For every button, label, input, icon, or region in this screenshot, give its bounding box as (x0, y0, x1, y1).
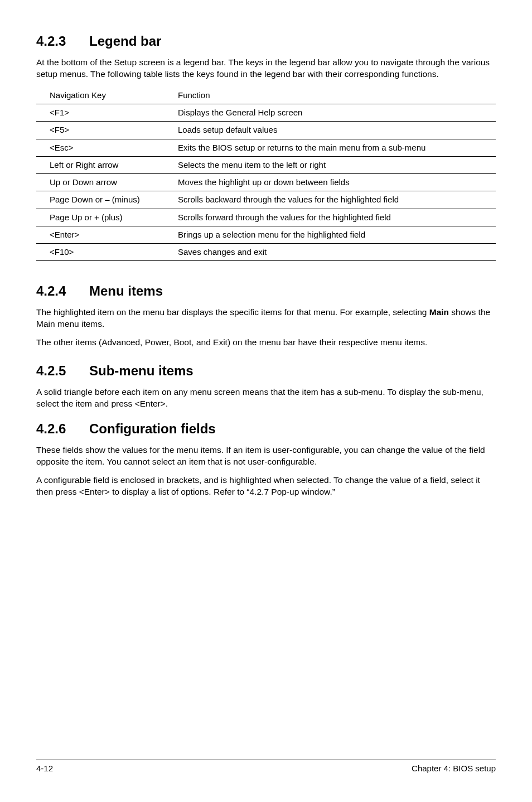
table-row: <F1>Displays the General Help screen (36, 104, 496, 122)
cell-key: Up or Down arrow (36, 174, 165, 191)
heading-424: 4.2.4Menu items (36, 283, 496, 299)
heading-426-title: Configuration fields (89, 421, 216, 436)
page-footer: 4-12 Chapter 4: BIOS setup (36, 760, 496, 773)
legend-table: Navigation Key Function <F1>Displays the… (36, 87, 496, 262)
p-426-1: These fields show the values for the men… (36, 445, 496, 468)
table-head-key: Navigation Key (36, 87, 165, 104)
cell-key: <F5> (36, 122, 165, 139)
table-row: <Enter>Brings up a selection menu for th… (36, 226, 496, 243)
cell-func: Scrolls backward through the values for … (165, 191, 496, 209)
cell-func: Scrolls forward through the values for t… (165, 209, 496, 226)
cell-func: Saves changes and exit (165, 244, 496, 261)
cell-key: Left or Right arrow (36, 156, 165, 173)
heading-425: 4.2.5Sub-menu items (36, 363, 496, 379)
section-submenu-items: 4.2.5Sub-menu items A solid triangle bef… (36, 363, 496, 410)
section-config-fields: 4.2.6Configuration fields These fields s… (36, 421, 496, 498)
heading-423: 4.2.3Legend bar (36, 33, 496, 49)
table-row: Left or Right arrowSelects the menu item… (36, 156, 496, 173)
cell-func: Brings up a selection menu for the highl… (165, 226, 496, 243)
cell-key: <Enter> (36, 226, 165, 243)
cell-func: Moves the highlight up or down between f… (165, 174, 496, 191)
table-row: Up or Down arrowMoves the highlight up o… (36, 174, 496, 191)
cell-key: Page Down or – (minus) (36, 191, 165, 209)
heading-426-num: 4.2.6 (36, 421, 89, 437)
cell-key: Page Up or + (plus) (36, 209, 165, 226)
table-row: <Esc>Exits the BIOS setup or returns to … (36, 139, 496, 156)
cell-key: <F10> (36, 244, 165, 261)
cell-func: Displays the General Help screen (165, 104, 496, 122)
table-head-function: Function (165, 87, 496, 104)
section-menu-items: 4.2.4Menu items The highlighted item on … (36, 283, 496, 349)
section-legend-bar: 4.2.3Legend bar At the bottom of the Set… (36, 33, 496, 261)
table-row: <F10>Saves changes and exit (36, 244, 496, 261)
heading-426: 4.2.6Configuration fields (36, 421, 496, 437)
p-424-1: The highlighted item on the menu bar dis… (36, 307, 496, 330)
heading-423-num: 4.2.3 (36, 33, 89, 49)
footer-left: 4-12 (36, 764, 53, 773)
heading-424-title: Menu items (89, 283, 163, 298)
cell-key: <Esc> (36, 139, 165, 156)
table-row: Page Up or + (plus)Scrolls forward throu… (36, 209, 496, 226)
cell-key: <F1> (36, 104, 165, 122)
cell-func: Selects the menu item to the left or rig… (165, 156, 496, 173)
heading-425-title: Sub-menu items (89, 363, 194, 378)
footer-right: Chapter 4: BIOS setup (412, 764, 496, 773)
heading-425-num: 4.2.5 (36, 363, 89, 379)
p-424-2: The other items (Advanced, Power, Boot, … (36, 337, 496, 349)
cell-func: Loads setup default values (165, 122, 496, 139)
p-426-2: A configurable field is enclosed in brac… (36, 475, 496, 498)
cell-func: Exits the BIOS setup or returns to the m… (165, 139, 496, 156)
heading-424-num: 4.2.4 (36, 283, 89, 299)
p-425-1: A solid triangle before each item on any… (36, 386, 496, 410)
table-row: Page Down or – (minus)Scrolls backward t… (36, 191, 496, 209)
intro-423: At the bottom of the Setup screen is a l… (36, 57, 496, 80)
heading-423-title: Legend bar (89, 33, 161, 49)
table-row: <F5>Loads setup default values (36, 122, 496, 139)
